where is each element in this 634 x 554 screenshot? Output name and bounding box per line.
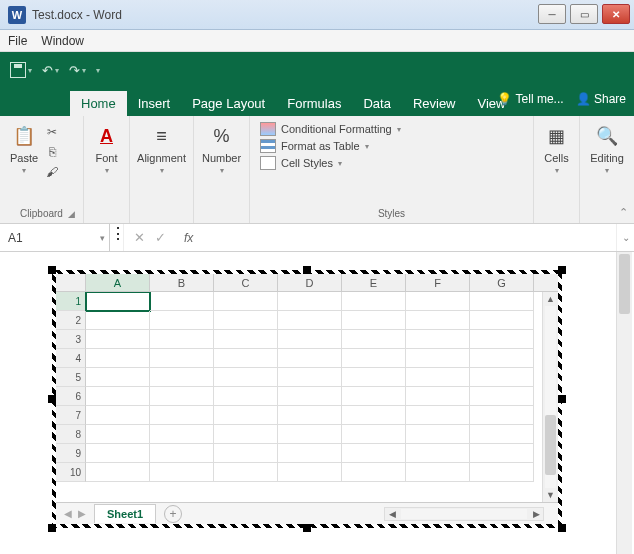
resize-handle-br[interactable]: [558, 524, 566, 532]
cell-D1[interactable]: [278, 292, 342, 311]
row-header-5[interactable]: 5: [56, 368, 86, 387]
tab-formulas[interactable]: Formulas: [276, 91, 352, 116]
column-header-c[interactable]: C: [214, 274, 278, 291]
tell-me-search[interactable]: 💡 Tell me...: [497, 92, 563, 106]
enter-formula-button[interactable]: ✓: [155, 230, 166, 245]
format-painter-button[interactable]: 🖌: [44, 164, 60, 180]
cell-A1[interactable]: [86, 292, 150, 311]
cell-C7[interactable]: [214, 406, 278, 425]
cell-D8[interactable]: [278, 425, 342, 444]
close-button[interactable]: ✕: [602, 4, 630, 24]
row-header-3[interactable]: 3: [56, 330, 86, 349]
cell-E4[interactable]: [342, 349, 406, 368]
cell-C8[interactable]: [214, 425, 278, 444]
column-header-d[interactable]: D: [278, 274, 342, 291]
row-header-7[interactable]: 7: [56, 406, 86, 425]
number-button[interactable]: % Number ▾: [200, 120, 243, 206]
cell-C4[interactable]: [214, 349, 278, 368]
cell-A10[interactable]: [86, 463, 150, 482]
cell-G4[interactable]: [470, 349, 534, 368]
cell-G10[interactable]: [470, 463, 534, 482]
cell-F2[interactable]: [406, 311, 470, 330]
menu-file[interactable]: File: [8, 34, 27, 48]
cell-A6[interactable]: [86, 387, 150, 406]
new-sheet-button[interactable]: +: [164, 505, 182, 523]
resize-handle-bl[interactable]: [48, 524, 56, 532]
column-header-e[interactable]: E: [342, 274, 406, 291]
cell-E3[interactable]: [342, 330, 406, 349]
sheet-tab-sheet1[interactable]: Sheet1: [94, 504, 156, 523]
cell-B2[interactable]: [150, 311, 214, 330]
name-box[interactable]: A1 ▾: [0, 224, 110, 251]
cell-B5[interactable]: [150, 368, 214, 387]
cell-C3[interactable]: [214, 330, 278, 349]
cell-styles-button[interactable]: Cell Styles ▾: [260, 156, 523, 170]
cell-A9[interactable]: [86, 444, 150, 463]
row-header-6[interactable]: 6: [56, 387, 86, 406]
row-header-4[interactable]: 4: [56, 349, 86, 368]
resize-handle-mr[interactable]: [558, 395, 566, 403]
scroll-down-arrow[interactable]: ▼: [543, 488, 558, 502]
editing-button[interactable]: 🔍 Editing ▾: [586, 120, 628, 206]
cell-G3[interactable]: [470, 330, 534, 349]
cell-B10[interactable]: [150, 463, 214, 482]
clipboard-dialog-launcher[interactable]: ◢: [68, 209, 75, 219]
cell-G8[interactable]: [470, 425, 534, 444]
qat-customize-button[interactable]: ▾: [96, 66, 100, 75]
cell-E5[interactable]: [342, 368, 406, 387]
expand-formula-bar-button[interactable]: ⌄: [616, 224, 634, 251]
minimize-button[interactable]: ─: [538, 4, 566, 24]
cell-E7[interactable]: [342, 406, 406, 425]
tab-home[interactable]: Home: [70, 91, 127, 116]
cell-B8[interactable]: [150, 425, 214, 444]
cell-E10[interactable]: [342, 463, 406, 482]
cell-G2[interactable]: [470, 311, 534, 330]
cell-A2[interactable]: [86, 311, 150, 330]
cell-D6[interactable]: [278, 387, 342, 406]
cell-B3[interactable]: [150, 330, 214, 349]
cell-C10[interactable]: [214, 463, 278, 482]
resize-handle-tl[interactable]: [48, 266, 56, 274]
cut-button[interactable]: ✂: [44, 124, 60, 140]
cell-D9[interactable]: [278, 444, 342, 463]
collapse-ribbon-button[interactable]: ⌃: [619, 206, 628, 219]
insert-function-button[interactable]: fx: [176, 224, 201, 251]
cell-D5[interactable]: [278, 368, 342, 387]
embedded-spreadsheet-object[interactable]: A B C D E F G 12345678910 ▲ ▼ ◀▶ Sheet1: [52, 270, 562, 528]
cell-F8[interactable]: [406, 425, 470, 444]
tab-insert[interactable]: Insert: [127, 91, 182, 116]
cell-C9[interactable]: [214, 444, 278, 463]
cell-F6[interactable]: [406, 387, 470, 406]
cell-G6[interactable]: [470, 387, 534, 406]
cell-E1[interactable]: [342, 292, 406, 311]
resize-handle-bm[interactable]: [303, 524, 311, 532]
doc-vscroll-thumb[interactable]: [619, 254, 630, 314]
cell-C1[interactable]: [214, 292, 278, 311]
name-box-dropdown[interactable]: ▾: [100, 233, 105, 243]
cell-G9[interactable]: [470, 444, 534, 463]
row-header-2[interactable]: 2: [56, 311, 86, 330]
scroll-right-arrow[interactable]: ▶: [529, 509, 543, 519]
qat-undo-button[interactable]: ↶▾: [42, 63, 59, 78]
cell-D2[interactable]: [278, 311, 342, 330]
cell-A5[interactable]: [86, 368, 150, 387]
column-header-b[interactable]: B: [150, 274, 214, 291]
cell-D10[interactable]: [278, 463, 342, 482]
cell-D7[interactable]: [278, 406, 342, 425]
qat-save-button[interactable]: ▾: [10, 62, 32, 78]
row-header-9[interactable]: 9: [56, 444, 86, 463]
sheet-vertical-scrollbar[interactable]: ▲ ▼: [542, 292, 558, 502]
cell-B7[interactable]: [150, 406, 214, 425]
formula-input[interactable]: [201, 224, 616, 251]
hscroll-thumb[interactable]: [401, 509, 527, 519]
cell-E9[interactable]: [342, 444, 406, 463]
resize-handle-tm[interactable]: [303, 266, 311, 274]
cell-G1[interactable]: [470, 292, 534, 311]
select-all-corner[interactable]: [56, 274, 86, 291]
copy-button[interactable]: ⎘: [44, 144, 60, 160]
vscroll-thumb[interactable]: [545, 415, 556, 475]
cell-F9[interactable]: [406, 444, 470, 463]
row-header-8[interactable]: 8: [56, 425, 86, 444]
cell-A7[interactable]: [86, 406, 150, 425]
cell-G5[interactable]: [470, 368, 534, 387]
